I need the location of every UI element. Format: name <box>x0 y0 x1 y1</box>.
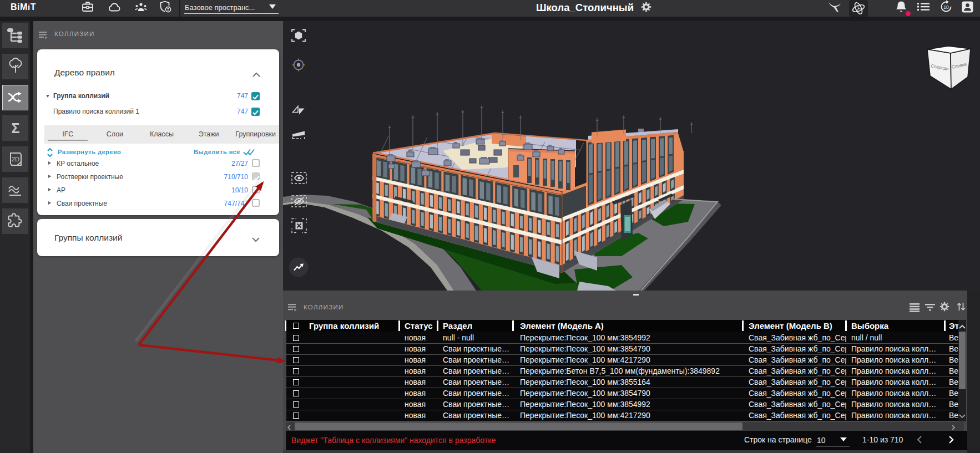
svg-text:2D: 2D <box>11 156 19 162</box>
svg-text:10: 10 <box>943 4 949 10</box>
svg-text:Σ: Σ <box>11 120 19 136</box>
